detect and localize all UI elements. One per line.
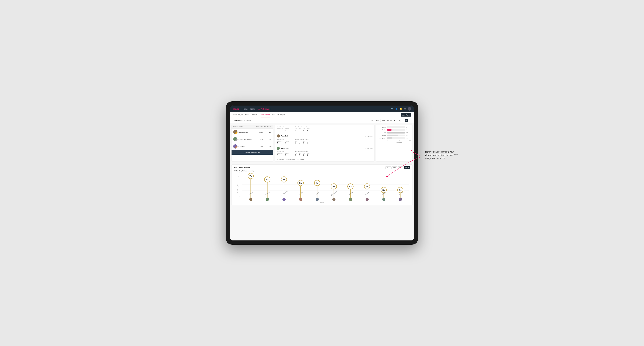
bar-track bbox=[387, 129, 405, 131]
period-select[interactable]: Last 3 months Last 6 months Last year bbox=[380, 119, 396, 122]
svg-text:4x: 4x bbox=[366, 185, 368, 188]
table-row: 3 Cameron... 17/20 103 bbox=[232, 143, 273, 150]
player-info: 1 Richard Butler bbox=[233, 130, 252, 134]
table-row: 2 Edward Crossman 18/20 107 bbox=[232, 136, 273, 143]
subnav-team-clippd[interactable]: Team Clippd bbox=[260, 112, 270, 117]
player-avatar bbox=[266, 198, 269, 201]
y-axis-label: Best Streak, Fairway Accuracy bbox=[237, 176, 238, 193]
player-info: 3 Cameron... bbox=[233, 144, 252, 149]
subnav-pga[interactable]: PGA bbox=[245, 112, 249, 117]
player-avatar bbox=[349, 198, 352, 201]
player-info: 2 Edward Crossman bbox=[233, 137, 252, 141]
player-avatar bbox=[249, 198, 252, 201]
nav-my-performance[interactable]: My Performance bbox=[258, 107, 270, 111]
svg-text:6x: 6x bbox=[282, 178, 286, 181]
add-team-button[interactable]: Add Team bbox=[401, 113, 411, 117]
settings-icon[interactable]: ⚙ bbox=[404, 108, 406, 110]
view-leaderboard-button[interactable]: View Full Leaderboard bbox=[232, 150, 273, 155]
list-view-icon[interactable]: ☰ bbox=[401, 119, 404, 122]
player-date: 26 Aug 2023 bbox=[365, 148, 372, 149]
rank-badge-gold: 1 bbox=[235, 132, 238, 134]
lb-col-avg: PB AVG SQ bbox=[263, 126, 272, 127]
subnav-hcaps[interactable]: Hcaps 1-5 bbox=[251, 112, 258, 117]
chart-view-icon[interactable]: ▤ bbox=[404, 119, 408, 122]
bar-chart-panel: Eagles 3 Birdies bbox=[376, 125, 413, 162]
player-avatar bbox=[282, 198, 286, 201]
player-count: | 14 Players bbox=[242, 120, 251, 121]
team-title: Team Clippd | 14 Players bbox=[233, 120, 371, 121]
streak-filter-buttons: OTT APP ARG PUTT bbox=[385, 166, 410, 169]
filter-putt[interactable]: PUTT bbox=[404, 166, 410, 169]
user-avatar[interactable]: U bbox=[408, 107, 411, 111]
subnav-tour[interactable]: Tour bbox=[272, 112, 275, 117]
player-name: Cameron... bbox=[238, 146, 246, 147]
filter-arg[interactable]: ARG bbox=[398, 166, 404, 169]
nav-teams[interactable]: Teams bbox=[250, 107, 255, 111]
person-icon[interactable]: 👤 bbox=[395, 108, 398, 110]
player-avatar bbox=[382, 198, 385, 201]
bar-label: Birdies bbox=[378, 129, 386, 131]
leaderboard-panel: PLAYER NAME PB SCORE PB AVG SQ 1 bbox=[231, 125, 273, 162]
rank-badge-silver: 2 bbox=[235, 139, 238, 141]
grid-view-icon[interactable]: ⊞ bbox=[398, 119, 401, 122]
nav-icons: 🔍 👤 🔔 ⚙ U bbox=[391, 107, 411, 111]
search-icon[interactable]: 🔍 bbox=[391, 108, 394, 110]
player-name: Josh Coles bbox=[281, 148, 364, 149]
player-avatar bbox=[399, 198, 402, 201]
svg-text:3x: 3x bbox=[399, 189, 402, 191]
stats-player-row: Rees Britt 02 Sep 2023 Total Rounds Tour… bbox=[275, 133, 374, 145]
bar-value: 3 bbox=[406, 126, 411, 128]
bar-label: Bogeys bbox=[378, 135, 386, 136]
avatar bbox=[277, 134, 280, 138]
bar-track bbox=[387, 126, 405, 128]
bar-row-dbogeys: D. Bogeys + 131 bbox=[378, 137, 411, 139]
bar-row-bogeys: Bogeys 311 bbox=[378, 135, 411, 136]
subnav-links: PGAT Players PGA Hcaps 1-5 Team Clippd T… bbox=[233, 112, 401, 117]
player-name-label: R. Butler bbox=[382, 191, 386, 195]
rank-badge-bronze: 3 bbox=[235, 147, 238, 149]
player-name-label: C. Quick bbox=[398, 191, 403, 195]
nav-links: Home Teams My Performance bbox=[243, 107, 391, 111]
player-avatar bbox=[316, 198, 319, 201]
bar-value: 311 bbox=[406, 135, 411, 136]
avatar bbox=[277, 147, 280, 150]
view-icons: ⊞ ☰ ▤ ↕ bbox=[398, 119, 411, 122]
avatar: 1 bbox=[233, 130, 238, 134]
filter-app[interactable]: APP bbox=[392, 166, 397, 169]
bar-value: 96 bbox=[406, 129, 411, 131]
lb-col-score: PB SCORE bbox=[252, 126, 263, 127]
bar-value: 131 bbox=[406, 138, 411, 139]
bar-label: Pars bbox=[378, 132, 386, 134]
bell-icon[interactable]: 🔔 bbox=[400, 108, 402, 110]
player-name-label: J. Coles bbox=[299, 191, 303, 195]
svg-text:7x: 7x bbox=[249, 175, 252, 177]
logo: clippd bbox=[233, 108, 240, 110]
bar-label: Eagles bbox=[378, 126, 386, 128]
filter-ott[interactable]: OTT bbox=[385, 166, 391, 169]
bar-track bbox=[387, 135, 405, 136]
streaks-title: Best Round Streaks bbox=[234, 167, 250, 169]
nav-home[interactable]: Home bbox=[243, 107, 248, 111]
stats-player-row: Total Rounds Tournament 7 Practice bbox=[275, 125, 374, 133]
subnav-all-players[interactable]: All Players bbox=[277, 112, 285, 117]
stats-panel: Total Rounds Tournament 7 Practice bbox=[275, 125, 374, 162]
table-view-icon[interactable]: ↕ bbox=[408, 119, 411, 122]
player-name: Richard Butler bbox=[238, 131, 248, 133]
player-avg: 107 bbox=[263, 138, 272, 140]
edit-icon[interactable]: ✏ bbox=[372, 120, 373, 121]
player-avatar bbox=[299, 198, 302, 201]
show-label: Show bbox=[375, 120, 379, 121]
bar-chart: Eagles 3 Birdies bbox=[378, 126, 411, 139]
bar-track bbox=[387, 132, 405, 134]
bar-row-birdies: Birdies 96 bbox=[378, 129, 411, 131]
content-grid: PLAYER NAME PB SCORE PB AVG SQ 1 bbox=[230, 123, 414, 163]
navbar: clippd Home Teams My Performance 🔍 👤 🔔 ⚙… bbox=[230, 106, 414, 112]
team-header: Team Clippd | 14 Players ✏ Show Last 3 m… bbox=[230, 118, 414, 123]
annotation: Here you can see streaks your players ha… bbox=[425, 150, 458, 161]
x-axis-label: Players bbox=[234, 202, 410, 203]
player-avatar bbox=[366, 198, 369, 201]
player-name-label: R. Britt bbox=[316, 192, 320, 195]
streaks-section: Best Round Streaks OTT APP ARG PUTT Off … bbox=[231, 165, 413, 205]
subnav-pgat[interactable]: PGAT Players bbox=[233, 112, 243, 117]
player-name-label: D. Ford bbox=[349, 191, 353, 195]
